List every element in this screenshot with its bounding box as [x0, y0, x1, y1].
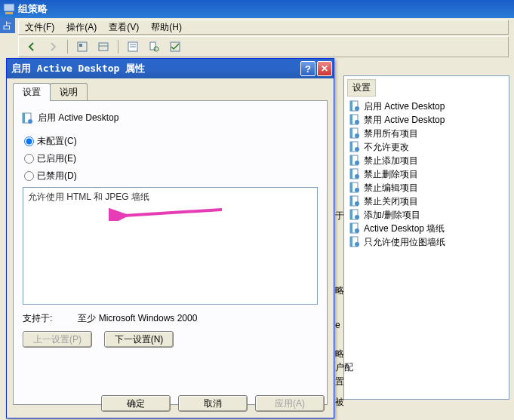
- settings-item-label: 禁止关闭项目: [364, 195, 418, 208]
- settings-item-label: 禁止编辑项目: [364, 182, 418, 195]
- properties-dialog: 启用 Active Desktop 属性 ? ✕ 设置 说明 启用 Active…: [6, 58, 334, 418]
- tab-strip: 设置 说明: [13, 83, 328, 101]
- back-button[interactable]: [23, 38, 40, 55]
- prev-setting-button: 上一设置(P): [23, 331, 92, 348]
- dialog-title: 启用 Active Desktop 属性: [11, 62, 299, 75]
- toolbar-separator: [67, 40, 68, 54]
- menubar: 文件(F) 操作(A) 查看(V) 帮助(H): [18, 20, 509, 35]
- dialog-titlebar[interactable]: 启用 Active Desktop 属性 ? ✕: [7, 59, 334, 78]
- radio-enabled-label: 已启用(E): [37, 152, 76, 165]
- svg-rect-37: [350, 210, 352, 219]
- svg-point-23: [355, 147, 359, 152]
- toolbar-btn-1[interactable]: [74, 38, 91, 55]
- radio-not-configured-label: 未配置(C): [37, 135, 77, 148]
- menu-help[interactable]: 帮助(H): [151, 21, 182, 34]
- svg-point-38: [355, 215, 359, 219]
- svg-rect-13: [350, 101, 352, 111]
- settings-list-item[interactable]: 禁用 Active Desktop: [347, 113, 506, 127]
- svg-point-41: [355, 228, 359, 233]
- radio-disabled-label: 已禁用(D): [37, 170, 77, 182]
- ok-button[interactable]: 确定: [101, 395, 171, 412]
- policy-item-icon: [349, 182, 361, 194]
- settings-list-item[interactable]: 禁止删除项目: [347, 167, 506, 181]
- svg-rect-28: [350, 169, 352, 179]
- policy-item-icon: [349, 209, 361, 221]
- svg-rect-0: [4, 4, 14, 11]
- settings-item-label: 只允许使用位图墙纸: [364, 236, 445, 249]
- settings-item-label: 不允许更改: [364, 141, 409, 154]
- cancel-button[interactable]: 取消: [178, 395, 248, 412]
- settings-item-label: 禁用所有项目: [364, 127, 418, 140]
- radio-disabled-input[interactable]: [24, 171, 34, 181]
- svg-rect-25: [350, 155, 352, 165]
- svg-rect-19: [350, 128, 352, 138]
- supported-on: 支持于: 至少 Microsoft Windows 2000: [23, 312, 318, 325]
- settings-list-item[interactable]: 不允许更改: [347, 140, 506, 154]
- tab-explain[interactable]: 说明: [50, 83, 88, 101]
- toolbar-btn-4[interactable]: [146, 38, 162, 55]
- svg-rect-22: [350, 142, 352, 152]
- settings-list-item[interactable]: 添加/删除项目: [347, 208, 506, 222]
- left-strip: 占: [0, 18, 15, 33]
- settings-list-item[interactable]: 禁止添加项目: [347, 154, 506, 167]
- policy-item-icon: [349, 155, 361, 167]
- menu-action[interactable]: 操作(A): [66, 21, 97, 34]
- svg-point-47: [28, 119, 32, 124]
- svg-rect-34: [350, 196, 352, 206]
- tab-settings[interactable]: 设置: [13, 83, 51, 101]
- svg-rect-1: [5, 12, 13, 14]
- truncated-text: e: [335, 320, 340, 330]
- settings-list-pane: 设置 启用 Active Desktop禁用 Active Desktop禁用所…: [343, 75, 509, 400]
- policy-item-icon: [349, 236, 361, 248]
- svg-rect-3: [79, 44, 82, 47]
- settings-item-label: 禁用 Active Desktop: [364, 114, 445, 127]
- policy-header: 启用 Active Desktop: [21, 112, 319, 124]
- truncated-text: 于: [335, 210, 344, 222]
- column-header-settings[interactable]: 设置: [347, 79, 376, 97]
- tab-body: 启用 Active Desktop 未配置(C) 已启用(E) 已禁用(D) 允…: [13, 100, 328, 405]
- toolbar-btn-2[interactable]: [95, 38, 112, 55]
- radio-not-configured-input[interactable]: [24, 136, 34, 146]
- truncated-text: 户配: [335, 361, 353, 374]
- policy-item-icon: [349, 141, 361, 153]
- properties-button[interactable]: [125, 38, 141, 55]
- help-button[interactable]: ?: [300, 61, 315, 76]
- settings-list-item[interactable]: 只允许使用位图墙纸: [347, 235, 506, 249]
- settings-list-item[interactable]: 启用 Active Desktop: [347, 100, 506, 113]
- svg-point-20: [355, 133, 359, 138]
- policy-item-icon: [349, 168, 361, 180]
- app-title: 组策略: [18, 2, 48, 16]
- settings-list-item[interactable]: 禁止关闭项目: [347, 195, 506, 208]
- settings-list-item[interactable]: 禁用所有项目: [347, 127, 506, 140]
- toolbar: [18, 36, 509, 57]
- radio-enabled[interactable]: 已启用(E): [24, 152, 316, 165]
- radio-not-configured[interactable]: 未配置(C): [24, 135, 316, 148]
- settings-item-label: 禁止删除项目: [364, 168, 418, 181]
- menu-file[interactable]: 文件(F): [25, 21, 54, 34]
- svg-rect-16: [350, 115, 352, 124]
- toolbar-separator: [118, 40, 118, 54]
- svg-point-32: [355, 188, 359, 192]
- next-setting-button[interactable]: 下一设置(N): [104, 331, 174, 348]
- radio-disabled[interactable]: 已禁用(D): [24, 170, 316, 182]
- settings-item-label: 禁止添加项目: [364, 155, 418, 167]
- settings-item-label: 添加/删除项目: [364, 209, 420, 222]
- settings-list-item[interactable]: 禁止编辑项目: [347, 181, 506, 195]
- toolbar-btn-5[interactable]: [167, 38, 183, 55]
- policy-item-icon: [349, 127, 361, 139]
- svg-rect-43: [350, 237, 352, 247]
- settings-list-item[interactable]: Active Desktop 墙纸: [347, 222, 506, 235]
- policy-icon: [21, 112, 33, 124]
- svg-point-26: [355, 161, 359, 165]
- svg-rect-4: [99, 43, 108, 51]
- app-icon: [3, 3, 15, 15]
- policy-name: 启用 Active Desktop: [38, 112, 118, 124]
- truncated-text: 略: [335, 284, 344, 297]
- svg-rect-46: [23, 113, 25, 123]
- forward-button: [45, 38, 61, 55]
- radio-enabled-input[interactable]: [24, 154, 34, 164]
- description-box: 允许使用 HTML 和 JPEG 墙纸: [23, 187, 318, 305]
- close-button[interactable]: ✕: [317, 61, 332, 76]
- menu-view[interactable]: 查看(V): [109, 21, 139, 34]
- svg-rect-40: [350, 223, 352, 233]
